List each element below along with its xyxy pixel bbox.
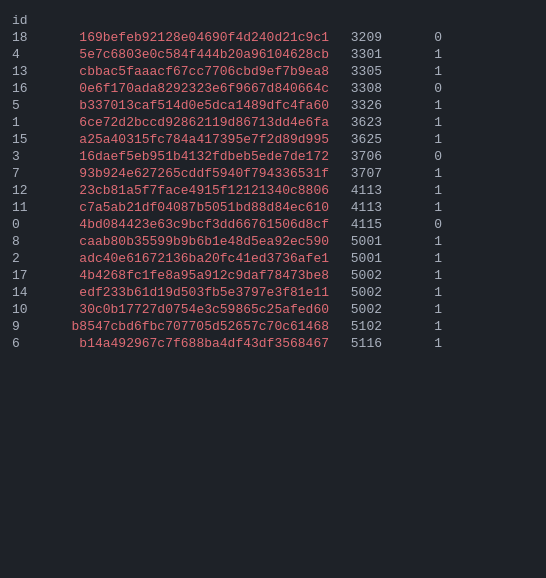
cell-worthy: 1: [392, 183, 442, 198]
id-label: id: [12, 13, 42, 28]
cell-id: 0: [12, 217, 42, 232]
table-row: 8caab80b35599b9b6b1e48d5ea92ec59050011: [4, 233, 542, 250]
cell-worthy: 1: [392, 98, 442, 113]
cell-id: 15: [12, 132, 42, 147]
cell-name: b8547cbd6fbc707705d52657c70c61468: [42, 319, 337, 334]
cell-worthy: 1: [392, 200, 442, 215]
cell-worthy: 0: [392, 217, 442, 232]
cell-price: 5002: [337, 302, 392, 317]
cell-id: 8: [12, 234, 42, 249]
cell-price: 4113: [337, 183, 392, 198]
cell-id: 14: [12, 285, 42, 300]
cell-name: adc40e61672136ba20fc41ed3736afe1: [42, 251, 337, 266]
cell-price: 5116: [337, 336, 392, 351]
table-row: 16ce72d2bccd92862119d86713dd4e6fa36231: [4, 114, 542, 131]
cell-price: 3326: [337, 98, 392, 113]
id-label-row: id: [4, 12, 542, 29]
cell-worthy: 1: [392, 268, 442, 283]
cell-price: 3623: [337, 115, 392, 130]
cell-name: c7a5ab21df04087b5051bd88d84ec610: [42, 200, 337, 215]
cell-id: 9: [12, 319, 42, 334]
table-row: 14edf233b61d19d503fb5e3797e3f81e1150021: [4, 284, 542, 301]
cell-worthy: 1: [392, 115, 442, 130]
table-row: 1030c0b17727d0754e3c59865c25afed6050021: [4, 301, 542, 318]
cell-price: 3305: [337, 64, 392, 79]
cell-name: 6ce72d2bccd92862119d86713dd4e6fa: [42, 115, 337, 130]
cell-name: cbbac5faaacf67cc7706cbd9ef7b9ea8: [42, 64, 337, 79]
cell-price: 3706: [337, 149, 392, 164]
cell-worthy: 1: [392, 319, 442, 334]
cell-id: 2: [12, 251, 42, 266]
cell-worthy: 1: [392, 336, 442, 351]
cell-price: 5001: [337, 251, 392, 266]
cell-worthy: 1: [392, 302, 442, 317]
table-row: 793b924e627265cddf5940f794336531f37071: [4, 165, 542, 182]
table-row: 6b14a492967c7f688ba4df43df356846751161: [4, 335, 542, 352]
table-row: 18169befeb92128e04690f4d240d21c9c132090: [4, 29, 542, 46]
cell-name: a25a40315fc784a417395e7f2d89d995: [42, 132, 337, 147]
table-row: 2adc40e61672136ba20fc41ed3736afe150011: [4, 250, 542, 267]
cell-price: 3308: [337, 81, 392, 96]
table-row: 5b337013caf514d0e5dca1489dfc4fa6033261: [4, 97, 542, 114]
table-row: 45e7c6803e0c584f444b20a96104628cb33011: [4, 46, 542, 63]
cell-name: b14a492967c7f688ba4df43df3568467: [42, 336, 337, 351]
cell-price: 3707: [337, 166, 392, 181]
cell-worthy: 1: [392, 47, 442, 62]
data-table: id 18169befeb92128e04690f4d240d21c9c1320…: [0, 8, 546, 352]
cell-name: caab80b35599b9b6b1e48d5ea92ec590: [42, 234, 337, 249]
cell-worthy: 0: [392, 81, 442, 96]
table-row: 9b8547cbd6fbc707705d52657c70c6146851021: [4, 318, 542, 335]
cell-id: 3: [12, 149, 42, 164]
cell-price: 4115: [337, 217, 392, 232]
cell-worthy: 0: [392, 30, 442, 45]
cell-id: 17: [12, 268, 42, 283]
cell-id: 11: [12, 200, 42, 215]
cell-id: 13: [12, 64, 42, 79]
cell-id: 4: [12, 47, 42, 62]
table-row: 04bd084423e63c9bcf3dd66761506d8cf41150: [4, 216, 542, 233]
terminal-container: id 18169befeb92128e04690f4d240d21c9c1320…: [0, 0, 546, 356]
cell-name: 4bd084423e63c9bcf3dd66761506d8cf: [42, 217, 337, 232]
cell-name: 5e7c6803e0c584f444b20a96104628cb: [42, 47, 337, 62]
table-row: 15a25a40315fc784a417395e7f2d89d99536251: [4, 131, 542, 148]
cell-price: 3301: [337, 47, 392, 62]
cell-name: 4b4268fc1fe8a95a912c9daf78473be8: [42, 268, 337, 283]
cell-id: 16: [12, 81, 42, 96]
cell-id: 10: [12, 302, 42, 317]
cell-id: 1: [12, 115, 42, 130]
cell-worthy: 1: [392, 132, 442, 147]
cell-price: 5002: [337, 268, 392, 283]
cell-price: 5002: [337, 285, 392, 300]
cell-name: 0e6f170ada8292323e6f9667d840664c: [42, 81, 337, 96]
table-row: 316daef5eb951b4132fdbeb5ede7de17237060: [4, 148, 542, 165]
cell-price: 5102: [337, 319, 392, 334]
cell-id: 12: [12, 183, 42, 198]
cell-worthy: 1: [392, 64, 442, 79]
cell-id: 5: [12, 98, 42, 113]
cell-name: 30c0b17727d0754e3c59865c25afed60: [42, 302, 337, 317]
cell-id: 18: [12, 30, 42, 45]
cell-name: 93b924e627265cddf5940f794336531f: [42, 166, 337, 181]
table-body: 18169befeb92128e04690f4d240d21c9c1320904…: [4, 29, 542, 352]
cell-name: 169befeb92128e04690f4d240d21c9c1: [42, 30, 337, 45]
cell-name: b337013caf514d0e5dca1489dfc4fa60: [42, 98, 337, 113]
cell-worthy: 1: [392, 166, 442, 181]
table-row: 11c7a5ab21df04087b5051bd88d84ec61041131: [4, 199, 542, 216]
cell-id: 6: [12, 336, 42, 351]
cell-name: edf233b61d19d503fb5e3797e3f81e11: [42, 285, 337, 300]
table-row: 174b4268fc1fe8a95a912c9daf78473be850021: [4, 267, 542, 284]
cell-price: 4113: [337, 200, 392, 215]
table-row: 13cbbac5faaacf67cc7706cbd9ef7b9ea833051: [4, 63, 542, 80]
cell-price: 5001: [337, 234, 392, 249]
cell-worthy: 0: [392, 149, 442, 164]
cell-worthy: 1: [392, 285, 442, 300]
cell-name: 23cb81a5f7face4915f12121340c8806: [42, 183, 337, 198]
cell-worthy: 1: [392, 251, 442, 266]
cell-id: 7: [12, 166, 42, 181]
cell-price: 3209: [337, 30, 392, 45]
cell-price: 3625: [337, 132, 392, 147]
table-row: 160e6f170ada8292323e6f9667d840664c33080: [4, 80, 542, 97]
cell-worthy: 1: [392, 234, 442, 249]
table-row: 1223cb81a5f7face4915f12121340c880641131: [4, 182, 542, 199]
cell-name: 16daef5eb951b4132fdbeb5ede7de172: [42, 149, 337, 164]
